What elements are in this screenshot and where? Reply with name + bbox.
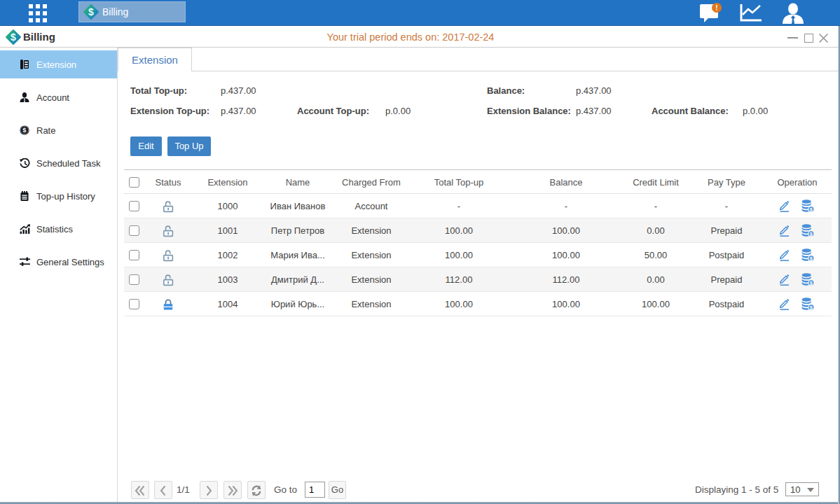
svg-text:$: $ bbox=[22, 126, 27, 134]
svg-text:!: ! bbox=[715, 4, 717, 12]
svg-text:$: $ bbox=[88, 6, 94, 18]
